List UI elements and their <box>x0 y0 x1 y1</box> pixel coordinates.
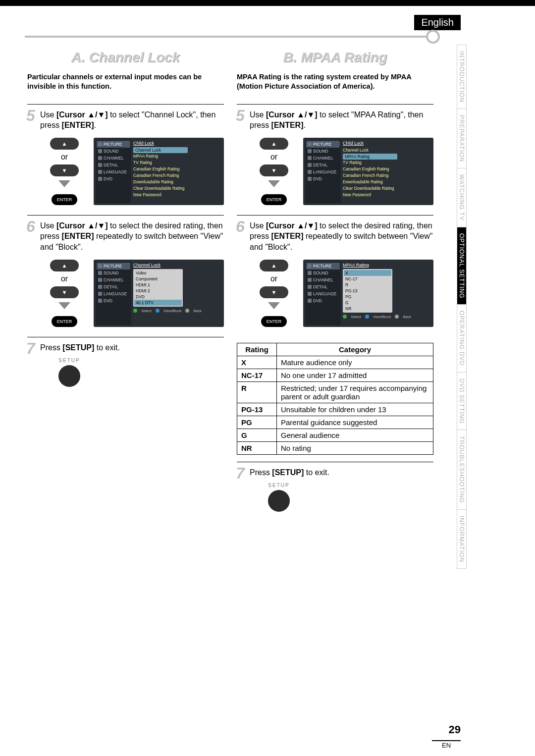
step-number: 6 <box>26 217 35 236</box>
osd-side-item: CHANNEL <box>97 276 130 283</box>
rating-cell: NC-17 <box>237 369 277 381</box>
language-badge: English <box>414 15 461 30</box>
setup-button-illustration: SETUP <box>47 358 92 387</box>
ratings-table: Rating Category XMature audience onlyNC-… <box>237 343 433 455</box>
osd-side-item: CHANNEL <box>97 155 130 162</box>
osd-menu-item: Clear Downloadable Rating <box>343 185 429 192</box>
setup-circle-icon <box>58 365 80 387</box>
osd-menu-item: MPAA Rating <box>133 153 220 160</box>
osd-side-item: DETAIL <box>306 283 340 290</box>
osd-side-item: DVD <box>97 297 130 304</box>
osd-rating-item: PG <box>344 294 391 300</box>
cursor-down-icon: ▼ <box>260 164 288 176</box>
section-tab: DVD SETTING <box>457 373 467 431</box>
osd-side-icon <box>308 271 312 275</box>
osd-side-icon <box>308 156 312 160</box>
remote-arrows: ▲ or ▼ ENTER <box>252 138 296 205</box>
enter-button-icon: ENTER <box>261 194 287 205</box>
osd-side-item: PICTURE <box>97 263 130 270</box>
osd-rating-item: HDMI 2 <box>134 288 182 294</box>
osd-menu-item: New Password <box>343 192 429 198</box>
osd-side-icon <box>98 292 102 296</box>
osd-side-item: LANGUAGE <box>97 290 130 297</box>
cursor-up-icon: ▲ <box>50 138 79 150</box>
step-number: 5 <box>236 107 245 125</box>
osd-side-icon <box>308 170 312 174</box>
intro-a: Particular channels or external input mo… <box>27 72 224 91</box>
step-number: 7 <box>236 464 245 483</box>
section-tab: OPERATING DVD <box>457 305 467 372</box>
or-label: or <box>61 274 68 283</box>
osd-footer: Select View/Block Back <box>133 309 220 313</box>
top-black-bar <box>0 0 535 6</box>
rating-cell: PG <box>237 416 277 429</box>
intro-b: MPAA Rating is the rating system created… <box>237 72 433 91</box>
step-number: 7 <box>26 339 35 358</box>
osd-side-item: DETAIL <box>97 283 130 290</box>
table-row: NC-17No one under 17 admitted <box>237 369 433 381</box>
table-row: XMature audience only <box>237 356 433 369</box>
osd-side-icon <box>98 170 102 174</box>
step-text: Use [Cursor ▲/▼] to select "MPAA Rating"… <box>250 109 433 131</box>
osd-side-icon <box>98 142 102 146</box>
section-tab: INFORMATION <box>457 510 467 569</box>
step-number: 6 <box>236 217 245 236</box>
osd-menu-item: Downloadable Rating <box>133 179 220 185</box>
section-title-b: B. MPAA Rating <box>237 50 433 65</box>
osd-rating-item: NC-17 <box>344 276 391 282</box>
osd-rating-item: NR <box>344 306 391 312</box>
osd-side-item: SOUND <box>97 270 130 276</box>
osd-menu-item: Canadian English Rating <box>133 166 220 172</box>
step-text: Use [Cursor ▲/▼] to select the desired r… <box>40 220 224 253</box>
step-6-left: 6 Use [Cursor ▲/▼] to select the desired… <box>27 215 224 337</box>
osd-channel-lock: PICTURESOUNDCHANNELDETAILLANGUAGEDVD Cha… <box>94 260 224 327</box>
category-cell: Restricted; under 17 requires accompanyi… <box>277 381 433 403</box>
osd-side-icon <box>98 149 102 153</box>
osd-footer: Select View/Block Back <box>343 315 429 319</box>
lock-icon <box>177 301 180 305</box>
osd-side-icon <box>98 177 102 181</box>
setup-label: SETUP <box>58 358 80 363</box>
column-mpaa-rating: B. MPAA Rating MPAA Rating is the rating… <box>237 46 433 522</box>
ok-dot-icon <box>133 309 137 313</box>
section-tab: OPTIONAL SETTING <box>457 227 467 305</box>
osd-side-item: DVD <box>97 175 130 182</box>
osd-menu-item: Clear Downloadable Rating <box>133 185 220 192</box>
section-tab: TROUBLESHOOTING <box>457 430 467 510</box>
osd-rating-item: G <box>344 300 391 306</box>
setup-button-illustration: SETUP <box>257 483 301 512</box>
rating-cell: G <box>237 429 277 441</box>
osd-side-icon <box>98 278 102 282</box>
osd-side-item: LANGUAGE <box>306 168 340 175</box>
cursor-down-icon: ▼ <box>50 164 79 176</box>
section-tab: WATCHING TV <box>457 168 467 227</box>
category-cell: Unsuitable for children under 13 <box>277 403 433 416</box>
osd-side-item: CHANNEL <box>306 155 340 162</box>
enter-button-icon: ENTER <box>261 316 287 327</box>
osd-side-icon <box>308 163 312 167</box>
osd-rating-item: R <box>344 282 391 288</box>
osd-side-item: SOUND <box>306 148 340 155</box>
header-rule-dot <box>426 30 440 44</box>
step-6-right: 6 Use [Cursor ▲/▼] to select the desired… <box>237 215 433 337</box>
osd-side-icon <box>308 292 312 296</box>
section-tabs: INTRODUCTIONPREPARATIONWATCHING TVOPTION… <box>457 45 471 569</box>
cursor-down-icon: ▼ <box>50 286 79 298</box>
or-label: or <box>61 153 68 162</box>
osd-side-icon <box>98 156 102 160</box>
flow-arrow-icon <box>58 180 70 187</box>
osd-menu-item: Channel Lock <box>133 147 188 153</box>
osd-side-item: PICTURE <box>97 141 130 148</box>
osd-side-item: SOUND <box>306 270 340 276</box>
rating-cell: R <box>237 381 277 403</box>
osd-side-item: SOUND <box>97 148 130 155</box>
osd-title: MPAA Rating <box>343 263 429 268</box>
step-number: 5 <box>26 107 35 125</box>
osd-rating-item: PG-13 <box>344 288 391 294</box>
step-7-left: 7 Press [SETUP] to exit. SETUP <box>27 337 224 397</box>
section-tab: PREPARATION <box>457 109 467 168</box>
osd-rating-item: X <box>344 270 391 276</box>
page-number-rule <box>432 740 461 741</box>
osd-side-icon <box>98 264 102 268</box>
osd-side-item: LANGUAGE <box>97 168 130 175</box>
